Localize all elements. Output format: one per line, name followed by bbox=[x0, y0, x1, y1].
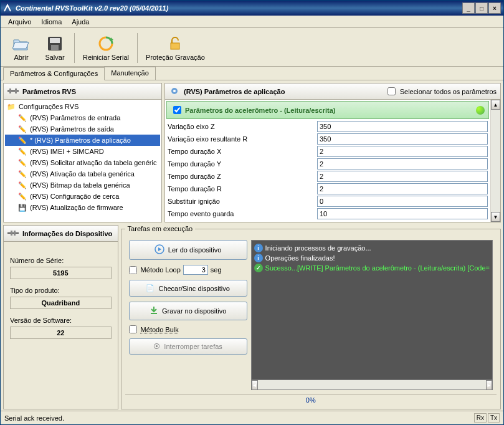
param-row: Tempo duração Z bbox=[165, 170, 490, 183]
pencil-icon: ✏️ bbox=[17, 113, 27, 123]
group-checkbox[interactable] bbox=[173, 106, 181, 114]
toolbar-separator bbox=[74, 33, 75, 63]
param-group-header[interactable]: Parâmetros do acelerômetro - (Leitura/es… bbox=[166, 101, 489, 119]
product-type-label: Tipo do produto: bbox=[10, 287, 112, 294]
log-panel: iIniciando processos de gravação... iOpe… bbox=[251, 240, 493, 390]
refresh-icon bbox=[96, 34, 116, 54]
pencil-icon: ✏️ bbox=[17, 169, 27, 179]
param-input[interactable] bbox=[317, 146, 488, 157]
svg-rect-10 bbox=[11, 231, 12, 236]
restart-label: Reiniciar Serial bbox=[83, 54, 129, 61]
loop-checkbox[interactable] bbox=[129, 266, 137, 274]
bulk-checkbox[interactable] bbox=[129, 325, 137, 333]
scroll-track[interactable] bbox=[491, 110, 500, 212]
pencil-icon: ✏️ bbox=[17, 158, 27, 168]
toolbar-separator bbox=[137, 33, 138, 63]
main-tabs: Parâmetros & Configurações Manutenção bbox=[1, 67, 503, 80]
toolbar: Abrir Salvar Reiniciar Serial Proteção G… bbox=[1, 28, 503, 67]
close-button[interactable]: × bbox=[488, 2, 501, 14]
param-input[interactable] bbox=[317, 183, 488, 194]
open-button[interactable]: Abrir bbox=[6, 31, 37, 64]
params-header: (RVS) Parâmetros de aplicação Selecionar… bbox=[165, 84, 500, 100]
loop-value-input[interactable] bbox=[183, 265, 208, 275]
restart-serial-button[interactable]: Reiniciar Serial bbox=[78, 31, 133, 64]
param-input[interactable] bbox=[317, 158, 488, 170]
select-all-input[interactable] bbox=[388, 87, 396, 95]
pencil-icon: ✏️ bbox=[17, 146, 27, 156]
tab-parametros[interactable]: Parâmetros & Configurações bbox=[3, 67, 105, 80]
svg-rect-13 bbox=[151, 313, 157, 314]
interrupt-button[interactable]: ⦿ Interromper tarefas bbox=[129, 338, 247, 355]
serial-value: 5195 bbox=[10, 267, 112, 279]
tree-item[interactable]: 💾(RVS) Atualização de firmware bbox=[5, 202, 160, 213]
param-input[interactable] bbox=[317, 133, 488, 145]
maximize-button[interactable]: □ bbox=[475, 2, 488, 14]
param-row: Tempo duração X bbox=[165, 145, 490, 158]
menu-idioma[interactable]: Idioma bbox=[36, 17, 67, 27]
log-line: iIniciando processos de gravação... bbox=[254, 243, 490, 253]
save-button[interactable]: Salvar bbox=[39, 31, 70, 64]
bulk-method-row: Método Bulk bbox=[129, 325, 247, 333]
scroll-left-icon[interactable]: ◄ bbox=[252, 380, 258, 390]
param-input[interactable] bbox=[317, 208, 488, 219]
param-row: Variação eixo Z bbox=[165, 120, 490, 133]
menubar: Arquivo Idioma Ajuda bbox=[1, 16, 503, 28]
scroll-right-icon[interactable]: ► bbox=[486, 380, 492, 390]
tree-item[interactable]: ✏️(RVS) Parâmetros de saída bbox=[5, 123, 160, 135]
select-all-checkbox[interactable]: Selecionar todos os parâmetros bbox=[385, 85, 497, 97]
pencil-icon: ✏️ bbox=[17, 180, 27, 190]
folder-open-icon bbox=[11, 34, 31, 54]
svg-rect-3 bbox=[171, 43, 179, 49]
titlebar: Continental RVSToolKit v2.0 rev20 (05/04… bbox=[1, 1, 503, 16]
config-tree[interactable]: 📁 Configurações RVS ✏️(RVS) Parâmetros d… bbox=[4, 100, 161, 222]
minimize-button[interactable]: _ bbox=[462, 2, 475, 14]
device-info-panel: Informações do Dispositivo Número de Sér… bbox=[3, 225, 118, 409]
menu-ajuda[interactable]: Ajuda bbox=[67, 17, 94, 27]
write-protection-button[interactable]: Proteção Gravação bbox=[141, 31, 209, 64]
param-input[interactable] bbox=[317, 121, 488, 132]
write-device-button[interactable]: Gravar no dispositivo bbox=[129, 302, 247, 320]
tab-manutencao[interactable]: Manutenção bbox=[104, 67, 156, 80]
product-type-value: Quadriband bbox=[10, 297, 112, 309]
params-panel: (RVS) Parâmetros de aplicação Selecionar… bbox=[164, 83, 501, 222]
sw-version-label: Versão de Software: bbox=[10, 317, 112, 324]
horizontal-scrollbar[interactable]: ◄ ► bbox=[252, 380, 492, 389]
param-input[interactable] bbox=[317, 171, 488, 182]
pencil-icon: ✏️ bbox=[17, 124, 27, 134]
check-sync-button[interactable]: 📄 Checar/Sinc dispositivo bbox=[129, 280, 247, 297]
status-text: Serial ack received. bbox=[4, 414, 64, 422]
tasks-title: Tarefas em execução bbox=[125, 225, 196, 232]
loop-method-row: Método Loop seg bbox=[129, 265, 247, 275]
menu-arquivo[interactable]: Arquivo bbox=[3, 17, 36, 27]
tree-item-selected[interactable]: ✏️* (RVS) Parâmetros de aplicação bbox=[5, 135, 160, 146]
svg-rect-5 bbox=[9, 88, 11, 93]
rx-indicator: Rx bbox=[474, 413, 487, 423]
param-row: Tempo duração R bbox=[165, 183, 490, 195]
save-label: Salvar bbox=[45, 54, 64, 61]
play-icon bbox=[155, 244, 164, 255]
scroll-down-icon[interactable]: ▼ bbox=[491, 212, 500, 222]
read-device-button[interactable]: Ler do dispositivo bbox=[129, 240, 247, 260]
log-line: ✓Sucesso...[WRITE] Parâmetros do acelerô… bbox=[254, 263, 490, 273]
tree-item[interactable]: ✏️(RVS) Parâmetros de entrada bbox=[5, 112, 160, 123]
sw-version-value: 22 bbox=[10, 327, 112, 339]
params-title: (RVS) Parâmetros de aplicação bbox=[184, 88, 285, 95]
tree-item[interactable]: ✏️(RVS) IMEI + SIMCARD bbox=[5, 146, 160, 157]
app-icon bbox=[3, 3, 13, 13]
param-row: Variação eixo resultante R bbox=[165, 133, 490, 145]
svg-rect-11 bbox=[14, 231, 16, 236]
vertical-scrollbar[interactable]: ▲ ▼ bbox=[490, 100, 500, 222]
tree-root[interactable]: 📁 Configurações RVS bbox=[5, 101, 160, 112]
status-indicator-icon bbox=[476, 106, 485, 115]
params-list: Parâmetros do acelerômetro - (Leitura/es… bbox=[165, 100, 490, 222]
param-input[interactable] bbox=[317, 196, 488, 207]
tree-item[interactable]: ✏️(RVS) Bitmap da tabela genérica bbox=[5, 179, 160, 191]
tree-item[interactable]: ✏️(RVS) Configuração de cerca bbox=[5, 191, 160, 202]
params-icon bbox=[7, 87, 19, 97]
tree-item[interactable]: ✏️(RVS) Ativação da tabela genérica bbox=[5, 168, 160, 179]
scroll-up-icon[interactable]: ▲ bbox=[491, 100, 500, 110]
tree-item[interactable]: ✏️(RVS) Solicitar ativação da tabela gen… bbox=[5, 157, 160, 168]
statusbar: Serial ack received. Rx Tx bbox=[1, 411, 503, 424]
param-row: Tempo duração Y bbox=[165, 158, 490, 170]
info-icon bbox=[7, 229, 19, 239]
